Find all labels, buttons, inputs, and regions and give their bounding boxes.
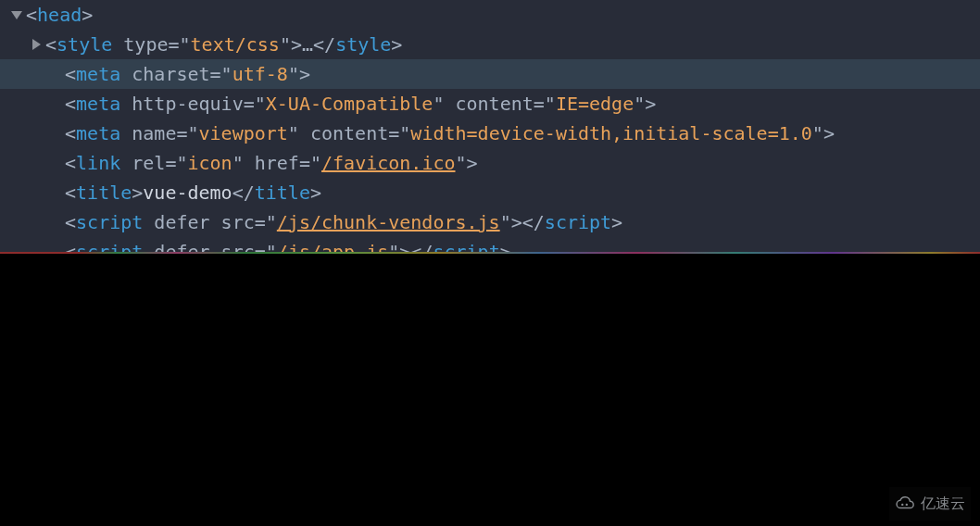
tag-name: meta (76, 59, 120, 89)
attr-value: utf-8 (232, 59, 288, 89)
attr-name: src (221, 237, 255, 252)
angle-close: > (82, 0, 93, 30)
attr-name: defer (154, 207, 209, 237)
angle-open: < (26, 0, 37, 30)
attr-value: viewport (199, 119, 288, 148)
tag-name: meta (76, 89, 120, 119)
attr-name: src (221, 207, 255, 237)
dom-node-meta-compat[interactable]: <meta http-equiv="X-UA-Compatible" conte… (0, 89, 980, 119)
watermark-text: 亿速云 (921, 489, 965, 519)
cloud-icon (895, 494, 915, 514)
title-text: vue-demo (143, 178, 232, 207)
tag-name: style (57, 30, 112, 59)
tag-name: head (37, 0, 82, 30)
attr-name: defer (154, 237, 209, 252)
attr-name: href (255, 148, 299, 178)
tag-name: script (76, 207, 143, 237)
dom-node-script-vendors[interactable]: <script defer src="/js/chunk-vendors.js"… (0, 207, 980, 237)
glitch-edge (0, 252, 980, 254)
expand-toggle-open-icon[interactable] (11, 11, 22, 19)
svg-point-0 (901, 504, 903, 506)
collapsed-content: … (302, 30, 313, 59)
dom-node-meta-charset[interactable]: <meta charset="utf-8"> (0, 59, 980, 89)
attr-name: charset (132, 59, 209, 89)
src-link[interactable]: /js/app.js (277, 237, 388, 252)
attr-value: text/css (191, 30, 280, 59)
attr-value: width=device-width,initial-scale=1.0 (410, 119, 811, 148)
svg-point-1 (906, 504, 908, 506)
attr-value: X-UA-Compatible (266, 89, 433, 119)
dom-node-link-icon[interactable]: <link rel="icon" href="/favicon.ico"> (0, 148, 980, 178)
attr-name: rel (132, 148, 165, 178)
attr-value: IE=edge (556, 89, 634, 119)
attr-name: type (123, 30, 168, 59)
dom-node-title[interactable]: <title>vue-demo</title> (0, 178, 980, 207)
dom-node-meta-viewport[interactable]: <meta name="viewport" content="width=dev… (0, 119, 980, 148)
attr-name: content (310, 119, 388, 148)
watermark: 亿速云 (889, 487, 971, 520)
attr-value: icon (187, 148, 232, 178)
src-link[interactable]: /js/chunk-vendors.js (277, 207, 500, 237)
dom-node-head[interactable]: <head> (0, 0, 980, 30)
tag-name: link (76, 148, 120, 178)
attr-name: http-equiv (132, 89, 243, 119)
expand-toggle-closed-icon[interactable] (32, 39, 41, 50)
elements-panel[interactable]: <head> <style type="text/css">…</style> … (0, 0, 980, 252)
dom-node-script-app[interactable]: <script defer src="/js/app.js"></script> (0, 237, 980, 252)
dom-node-style[interactable]: <style type="text/css">…</style> (0, 30, 980, 59)
tag-name: script (76, 237, 143, 252)
attr-name: name (132, 119, 176, 148)
tag-name: meta (76, 119, 120, 148)
href-link[interactable]: /favicon.ico (321, 148, 456, 178)
attr-name: content (456, 89, 534, 119)
tag-name: title (76, 178, 132, 207)
